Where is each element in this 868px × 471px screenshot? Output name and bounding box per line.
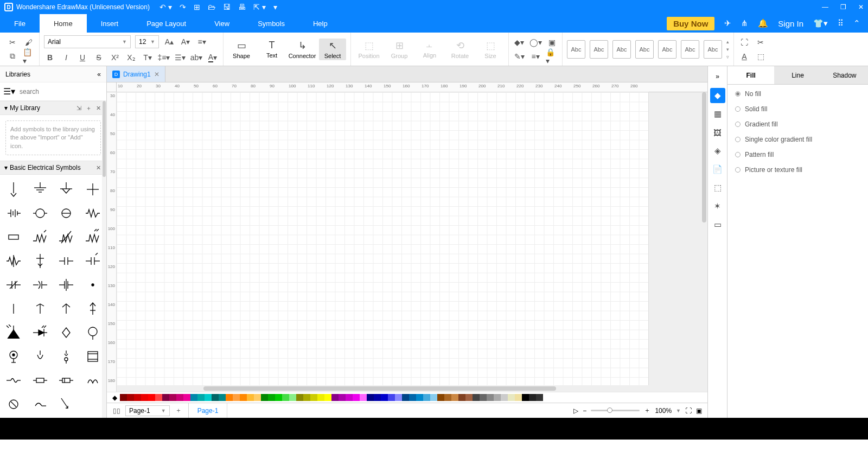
color-swatch[interactable]	[494, 394, 501, 401]
color-swatch[interactable]	[183, 394, 190, 401]
color-swatch[interactable]	[268, 394, 275, 401]
fit-page-icon[interactable]: ▣	[696, 407, 702, 415]
color-swatch[interactable]	[346, 394, 353, 401]
color-picker-icon[interactable]: ◆	[109, 393, 120, 402]
strikethrough-button[interactable]: S	[93, 52, 105, 63]
zoom-in-button[interactable]: ＋	[644, 406, 650, 415]
electrical-symbol[interactable]	[81, 298, 105, 319]
library-scrollbar[interactable]	[102, 101, 106, 418]
color-swatch[interactable]	[423, 394, 430, 401]
shadow-button[interactable]: ▣	[546, 36, 558, 48]
color-swatch[interactable]	[141, 394, 148, 401]
menu-symbols[interactable]: Symbols	[244, 14, 299, 33]
shape-tool[interactable]: ▭Shape	[228, 39, 255, 60]
style-preset-6[interactable]: Abc	[681, 40, 699, 59]
props-tab-shadow[interactable]: Shadow	[821, 66, 868, 84]
canvas[interactable]: 1020304050607080901001101201301401501601…	[107, 82, 707, 392]
open-button[interactable]: 🗁	[208, 3, 215, 11]
ribbon-collapse-icon[interactable]: ⌃	[853, 18, 860, 28]
highlight-button[interactable]: ab▾	[190, 52, 202, 63]
copy-button[interactable]: ⧉	[7, 50, 18, 62]
color-swatch[interactable]	[212, 394, 219, 401]
color-swatch[interactable]	[480, 394, 487, 401]
page-layout-icon[interactable]: ▯▯	[110, 403, 123, 418]
layers-panel-icon[interactable]: ◈	[710, 143, 725, 158]
fill-option[interactable]: Solid fill	[735, 105, 860, 113]
shuffle-panel-icon[interactable]: ✶	[710, 199, 725, 214]
my-library-import-icon[interactable]: ⇲	[75, 105, 82, 112]
font-family-combo[interactable]: Arial▼	[44, 35, 131, 48]
electrical-symbol[interactable]	[2, 179, 25, 200]
electrical-symbol[interactable]	[81, 179, 105, 200]
shapes-panel-button[interactable]: ⬚	[755, 50, 767, 62]
style-scroll-down[interactable]: ▾	[726, 47, 729, 52]
style-scroll-up[interactable]: ▴	[726, 39, 729, 44]
line-style-button[interactable]: ≡▾	[529, 50, 541, 62]
electrical-symbol[interactable]	[81, 275, 105, 295]
color-swatch[interactable]	[381, 394, 388, 401]
send-icon[interactable]: ✈	[724, 18, 731, 28]
menu-insert[interactable]: Insert	[87, 14, 133, 33]
color-swatch[interactable]	[402, 394, 409, 401]
color-swatch[interactable]	[197, 394, 205, 401]
zoom-slider[interactable]	[591, 410, 640, 411]
fill-option[interactable]: Gradient fill	[735, 120, 860, 128]
my-library-close-icon[interactable]: ✕	[95, 105, 102, 112]
color-swatch[interactable]	[437, 394, 444, 401]
color-swatch[interactable]	[169, 394, 176, 401]
text-tool[interactable]: TText	[258, 39, 285, 60]
color-swatch[interactable]	[367, 394, 374, 401]
electrical-symbol[interactable]	[81, 346, 105, 367]
menu-view[interactable]: View	[200, 14, 244, 33]
electrical-symbol[interactable]	[55, 370, 78, 391]
subscript-button[interactable]: X₂	[125, 52, 137, 63]
electrical-symbol[interactable]	[81, 370, 105, 391]
electrical-symbol[interactable]	[29, 322, 52, 343]
position-button[interactable]: ⬚Position	[355, 39, 382, 60]
superscript-button[interactable]: X²	[109, 52, 121, 63]
style-preset-1[interactable]: Abc	[567, 40, 585, 59]
menu-home[interactable]: Home	[40, 14, 87, 33]
style-preset-2[interactable]: Abc	[590, 40, 608, 59]
presentation-icon[interactable]: ▷	[573, 407, 578, 415]
color-swatch[interactable]	[444, 394, 451, 401]
shape-style-button[interactable]: ◯▾	[529, 36, 541, 48]
color-swatch[interactable]	[487, 394, 494, 401]
color-swatch[interactable]	[261, 394, 268, 401]
slide-panel-icon[interactable]: ▭	[710, 217, 725, 232]
color-swatch[interactable]	[409, 394, 416, 401]
text-case-button[interactable]: T▾	[142, 52, 154, 63]
color-swatch[interactable]	[324, 394, 331, 401]
color-swatch[interactable]	[529, 394, 536, 401]
taskbar[interactable]	[0, 418, 868, 440]
color-swatch[interactable]	[205, 394, 212, 401]
electrical-symbol[interactable]	[81, 251, 105, 271]
electrical-symbol[interactable]	[55, 227, 78, 247]
electrical-symbol[interactable]	[55, 179, 78, 200]
apps-icon[interactable]: ⠿	[838, 18, 844, 28]
font-size-combo[interactable]: 12▼	[135, 35, 159, 48]
electrical-symbol[interactable]	[55, 251, 78, 271]
electrical-symbol[interactable]	[29, 394, 52, 415]
print-button[interactable]: 🖶	[238, 3, 246, 11]
crop-button[interactable]: ✂	[755, 36, 767, 48]
fill-panel-icon[interactable]: ◆	[710, 88, 725, 103]
italic-button[interactable]: I	[60, 52, 72, 63]
color-swatch[interactable]	[120, 394, 127, 401]
basic-electrical-close-icon[interactable]: ✕	[95, 164, 102, 171]
undo-button[interactable]: ↶ ▾	[159, 3, 172, 11]
color-swatch[interactable]	[162, 394, 169, 401]
drawing-page[interactable]	[117, 92, 648, 392]
electrical-symbol[interactable]	[29, 251, 52, 271]
electrical-symbol[interactable]	[81, 227, 105, 247]
align-text-button[interactable]: ≡▾	[196, 36, 208, 48]
color-swatch[interactable]	[155, 394, 162, 401]
electrical-symbol[interactable]	[55, 203, 78, 224]
document-tab-close-icon[interactable]: ✕	[154, 71, 159, 78]
color-swatch[interactable]	[339, 394, 346, 401]
bullets-button[interactable]: ☰▾	[174, 52, 186, 63]
electrical-symbol[interactable]	[2, 370, 25, 391]
electrical-symbol[interactable]	[2, 346, 25, 367]
electrical-symbol[interactable]	[55, 275, 78, 295]
electrical-symbol[interactable]	[2, 275, 25, 295]
